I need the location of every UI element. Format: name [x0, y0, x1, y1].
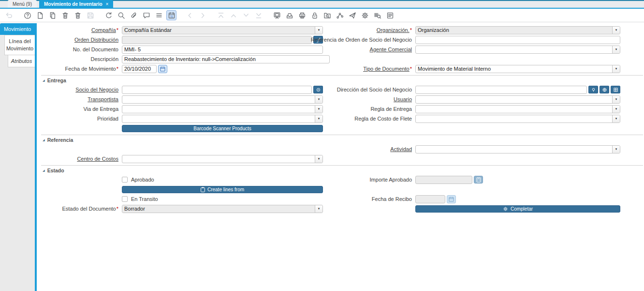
- transportista-label: Transportista: [88, 96, 118, 102]
- preferences-gear-icon[interactable]: [360, 10, 370, 20]
- map-icon[interactable]: [600, 86, 609, 93]
- prioridad-select[interactable]: ▾: [122, 115, 323, 123]
- parent-record-icon[interactable]: [228, 10, 238, 20]
- organizacion-select[interactable]: Organización▾: [415, 26, 620, 34]
- tab-menu[interactable]: Menú (9): [8, 0, 37, 8]
- importe-aprobado-input[interactable]: [415, 176, 472, 184]
- barcode-scanner-button[interactable]: Barcode Scanner Products: [122, 125, 323, 132]
- new-record-icon[interactable]: [35, 10, 45, 20]
- chat-icon[interactable]: [141, 10, 151, 20]
- organizacion-link[interactable]: Organización.: [377, 27, 410, 33]
- agente-comercial-link[interactable]: Agente Comercial: [370, 46, 412, 52]
- chevron-down-icon[interactable]: ▾: [315, 115, 322, 123]
- first-record-icon[interactable]: [216, 10, 226, 20]
- chevron-down-icon[interactable]: ▾: [315, 155, 322, 163]
- regla-costo-flete-select[interactable]: ▾: [415, 115, 620, 123]
- tab-movimiento-inventario[interactable]: Movimiento de Inventario ×: [39, 0, 113, 8]
- fecha-movimiento-input[interactable]: [122, 65, 157, 73]
- print-icon[interactable]: [297, 10, 307, 20]
- referencia-header[interactable]: ◢Referencia: [41, 135, 620, 144]
- estado-header[interactable]: ◢Estado: [41, 166, 620, 175]
- orden-distribucion-link[interactable]: Orden Distribución: [74, 37, 118, 43]
- actividad-select[interactable]: ▾: [415, 145, 620, 153]
- usuario-link[interactable]: Usuario: [394, 96, 412, 102]
- chevron-down-icon[interactable]: ▾: [612, 115, 620, 123]
- via-entrega-select[interactable]: ▾: [122, 105, 323, 113]
- archive-icon[interactable]: [284, 10, 294, 20]
- chevron-down-icon[interactable]: ▾: [612, 106, 620, 113]
- delete-selection-icon[interactable]: [73, 10, 83, 20]
- last-record-icon[interactable]: [253, 10, 263, 20]
- fecha-recibo-input[interactable]: [415, 195, 445, 203]
- no-documento-input[interactable]: [122, 46, 323, 54]
- lock-icon[interactable]: [309, 10, 320, 20]
- direccion-socio-input[interactable]: [415, 86, 587, 94]
- compania-link[interactable]: Compañía: [91, 27, 116, 33]
- print-preview-icon[interactable]: [385, 10, 395, 20]
- refresh-icon[interactable]: [103, 10, 114, 20]
- chevron-down-icon[interactable]: ▾: [612, 146, 620, 153]
- orden-distribucion-label: Orden Distribución: [74, 37, 118, 43]
- sidebar-item-movimiento[interactable]: Movimiento: [0, 23, 35, 35]
- close-icon[interactable]: ×: [106, 1, 109, 7]
- actividad-label: Actividad: [390, 146, 412, 152]
- descripcion-input[interactable]: [122, 55, 330, 63]
- find-icon[interactable]: [116, 10, 126, 20]
- agente-comercial-select[interactable]: ▾: [415, 46, 620, 54]
- usuario-select[interactable]: ▾: [415, 95, 620, 104]
- socio-negocio-input[interactable]: [122, 86, 312, 94]
- sidebar-item-atributos[interactable]: Atributos: [8, 55, 35, 67]
- socio-negocio-link[interactable]: Socio del Negocio: [75, 87, 118, 92]
- transportista-select[interactable]: ▾: [122, 95, 323, 104]
- chevron-down-icon[interactable]: ▾: [315, 106, 322, 113]
- location-icon[interactable]: [588, 86, 598, 93]
- chevron-down-icon[interactable]: ▾: [612, 65, 620, 73]
- undo-icon[interactable]: [4, 10, 14, 20]
- product-info-barcode-icon[interactable]: [372, 10, 382, 20]
- attachment-icon[interactable]: [129, 10, 139, 20]
- menu-lines-icon[interactable]: [154, 10, 164, 20]
- tipo-documento-select[interactable]: Movimiento de Material Interno▾: [415, 65, 620, 73]
- collapse-icon: ◢: [43, 78, 45, 82]
- transportista-link[interactable]: Transportista: [88, 96, 118, 102]
- chevron-down-icon[interactable]: ▾: [612, 46, 620, 53]
- sidebar-item-linea-del-movimiento[interactable]: Línea del Movimiento: [4, 35, 35, 55]
- compania-select[interactable]: Compañía Estándar▾: [122, 26, 323, 34]
- create-lines-from-button[interactable]: Create lines from: [122, 186, 323, 193]
- chevron-down-icon[interactable]: ▾: [315, 96, 322, 103]
- en-transito-checkbox[interactable]: [122, 196, 128, 202]
- centro-costos-link[interactable]: Centro de Costos: [77, 156, 118, 162]
- calculator-icon[interactable]: [474, 176, 483, 184]
- regla-entrega-select[interactable]: ▾: [415, 105, 620, 113]
- estado-documento-select[interactable]: Borrador▾: [122, 205, 323, 213]
- completar-button[interactable]: Completar: [415, 205, 620, 213]
- calendar-icon[interactable]: 31: [166, 10, 176, 20]
- orden-distribucion-input[interactable]: [122, 36, 312, 44]
- actividad-link[interactable]: Actividad: [390, 146, 412, 152]
- entrega-header[interactable]: ◢Entrega: [41, 76, 620, 85]
- window-tab-bar: Menú (9) Movimiento de Inventario ×: [0, 0, 644, 9]
- tipo-documento-link[interactable]: Tipo de Documento: [363, 66, 410, 72]
- bpartner-info-icon[interactable]: [313, 86, 323, 93]
- aprobado-checkbox[interactable]: [122, 177, 128, 183]
- chevron-down-icon[interactable]: ▾: [612, 96, 620, 103]
- chevron-down-icon[interactable]: ▾: [315, 27, 322, 34]
- calendar-picker-icon[interactable]: [447, 195, 456, 203]
- copy-record-icon[interactable]: [47, 10, 58, 20]
- centro-costos-select[interactable]: ▾: [122, 155, 323, 163]
- chevron-down-icon[interactable]: ▾: [315, 205, 322, 213]
- address-grid-icon[interactable]: [611, 86, 620, 93]
- delete-record-icon[interactable]: [60, 10, 70, 20]
- previous-record-icon[interactable]: [185, 10, 195, 20]
- send-icon[interactable]: [347, 10, 357, 20]
- calendar-picker-icon[interactable]: [158, 65, 167, 73]
- zoom-across-icon[interactable]: [322, 10, 332, 20]
- referencia-orden-input[interactable]: [415, 36, 620, 44]
- report-icon[interactable]: [272, 10, 282, 20]
- next-record-icon[interactable]: [197, 10, 207, 20]
- save-icon[interactable]: [85, 10, 95, 20]
- detail-record-icon[interactable]: [241, 10, 251, 20]
- workflow-icon[interactable]: [335, 10, 345, 20]
- help-icon[interactable]: [22, 10, 32, 20]
- chevron-down-icon[interactable]: ▾: [612, 27, 620, 34]
